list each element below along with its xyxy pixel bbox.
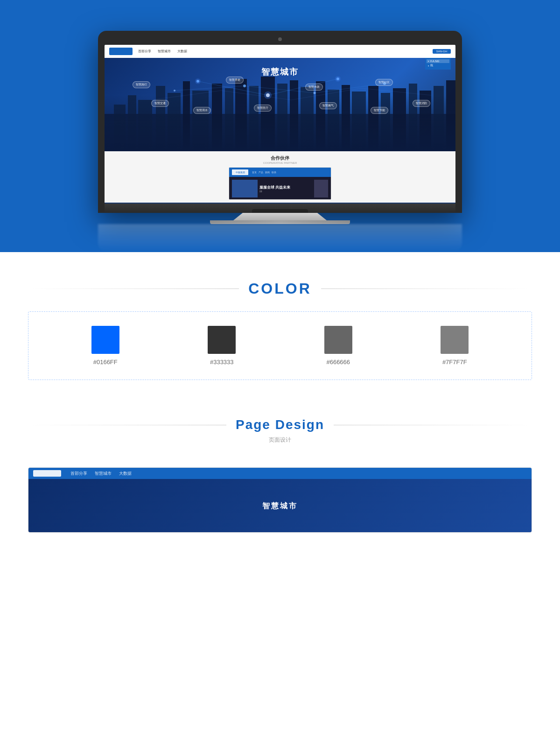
- screen-nav-link-3: 大数据: [177, 49, 187, 54]
- svg-point-44: [195, 78, 201, 84]
- screen-dropdown: ▪ F.A.NG ▪ 我: [425, 58, 451, 70]
- color-swatch-3: [324, 326, 352, 354]
- partner-nav-1: 首页: [252, 171, 257, 174]
- laptop-base: [105, 204, 455, 213]
- preview-browser-bar: 首部分享 智慧城市 大数据: [28, 468, 532, 479]
- preview-browser-nav: 首部分享 智慧城市 大数据: [70, 471, 132, 477]
- top-section: 首部分享 智慧城市 大数据 SAN-GH ▪ F.A.NG ▪ 我: [0, 0, 560, 252]
- partner-nav-2: 产品: [259, 171, 263, 174]
- laptop-stand: [233, 213, 327, 220]
- partners-title: 合作伙伴: [271, 155, 289, 162]
- screen-logo: [109, 48, 133, 55]
- svg-point-39: [174, 90, 175, 92]
- tag-10: 智慧消防: [413, 100, 430, 107]
- screen-navbar: 首部分享 智慧城市 大数据 SAN-GH ▪ F.A.NG ▪ 我: [105, 45, 455, 58]
- color-item-2: #333333: [208, 326, 236, 366]
- laptop-camera-bar: [105, 37, 455, 45]
- svg-point-45: [335, 76, 341, 82]
- tag-8: 智慧燃气: [319, 102, 337, 109]
- preview-browser-logo: [33, 470, 61, 477]
- partner-nav: 首页 产品 新闻 联系: [252, 171, 276, 174]
- preview-nav-1: 首部分享: [70, 471, 87, 477]
- svg-point-41: [314, 92, 316, 94]
- partner-logo-text: 中服集团: [232, 169, 248, 174]
- laptop-wrapper: 首部分享 智慧城市 大数据 SAN-GH ▪ F.A.NG ▪ 我: [98, 31, 462, 252]
- dropdown-item-2: ▪ 我: [427, 63, 449, 68]
- screen-nav-link-2: 智慧城市: [158, 49, 171, 54]
- tag-3: 智慧市政: [305, 84, 323, 91]
- partner-card-body: 服服全球 共益未来 08: [229, 177, 331, 200]
- preview-nav-2: 智慧城市: [95, 471, 112, 477]
- partners-cards: 中服集团 首页 产品 新闻 联系: [108, 167, 452, 200]
- screen-hero: 智慧城市 智慧路灯 智慧养老 智慧市政 智慧社区 智慧交通 智慧用水 智慧医疗 …: [105, 58, 455, 151]
- partner-card-top: 中服集团 首页 产品 新闻 联系: [229, 168, 331, 177]
- color-section-title: COLOR: [248, 280, 312, 297]
- partner-img-2: [314, 180, 328, 197]
- color-divider-left: [28, 289, 239, 289]
- svg-point-40: [243, 84, 246, 87]
- tag-6: 智慧用水: [193, 107, 211, 114]
- color-divider-right: [321, 289, 532, 289]
- color-hex-3: #666666: [326, 359, 350, 366]
- bottom-preview: 首部分享 智慧城市 大数据 智慧城市: [0, 467, 560, 551]
- laptop-notch: [252, 209, 308, 213]
- page-design-title: Page Design: [236, 417, 324, 432]
- laptop-foot: [210, 220, 350, 224]
- dropdown-item-1: ▪ F.A.NG: [427, 59, 449, 63]
- partner-card: 中服集团 首页 产品 新闻 联系: [229, 167, 331, 200]
- color-box-container: #0166FF #333333 #666666 #7F7F7F: [28, 311, 532, 380]
- color-title-wrapper: COLOR: [28, 280, 532, 297]
- color-hex-4: #7F7F7F: [442, 359, 467, 366]
- tag-9: 智慧节能: [371, 107, 388, 114]
- page-design-title-wrapper: Page Design: [28, 417, 532, 432]
- partner-small-text: 08: [259, 190, 312, 193]
- color-swatch-1: [91, 326, 119, 354]
- preview-hero-text: 智慧城市: [262, 501, 298, 511]
- color-hex-1: #0166FF: [93, 359, 118, 366]
- color-item-4: #7F7F7F: [441, 326, 469, 366]
- laptop-reflection: [98, 224, 462, 252]
- screen-partners: 合作伙伴 COOPERATIVE PARTNER 中服集团 首页 产品: [105, 151, 455, 203]
- page-design-subtitle: 页面设计: [28, 436, 532, 444]
- color-swatch-4: [441, 326, 469, 354]
- color-hex-2: #333333: [210, 359, 234, 366]
- page-design-divider-right: [334, 425, 532, 425]
- laptop-body: 首部分享 智慧城市 大数据 SAN-GH ▪ F.A.NG ▪ 我: [98, 31, 462, 213]
- partner-text-area: 服服全球 共益未来 08: [259, 185, 312, 193]
- white-section: COLOR #0166FF #333333 #666666 #7F7F7F: [0, 252, 560, 551]
- partners-subtitle: COOPERATIVE PARTNER: [263, 162, 297, 164]
- partner-img-1: [232, 180, 258, 197]
- tag-4: 智慧社区: [375, 79, 393, 86]
- page-design-divider-left: [28, 425, 226, 425]
- color-item-3: #666666: [324, 326, 352, 366]
- tag-2: 智慧养老: [226, 77, 244, 84]
- color-section: COLOR #0166FF #333333 #666666 #7F7F7F: [0, 261, 560, 399]
- preview-browser: 首部分享 智慧城市 大数据 智慧城市: [28, 467, 532, 533]
- preview-browser-body: 智慧城市: [28, 479, 532, 533]
- partner-logo: 中服集团: [232, 169, 248, 175]
- laptop-screen: 首部分享 智慧城市 大数据 SAN-GH ▪ F.A.NG ▪ 我: [105, 45, 455, 204]
- page-design-section: Page Design 页面设计: [0, 399, 560, 467]
- partner-big-text: 服服全球 共益未来: [259, 185, 312, 190]
- partner-nav-4: 联系: [272, 171, 276, 174]
- screen-nav-button: SAN-GH: [433, 49, 451, 54]
- screen-nav-link-1: 首部分享: [138, 49, 151, 54]
- tag-7: 智慧医疗: [254, 105, 272, 112]
- partner-nav-3: 新闻: [265, 171, 270, 174]
- screen-hero-title: 智慧城市: [261, 66, 299, 77]
- tag-5: 智慧交通: [151, 100, 169, 107]
- tag-1: 智慧路灯: [133, 81, 150, 88]
- screen-nav-links: 首部分享 智慧城市 大数据: [138, 49, 427, 54]
- preview-nav-3: 大数据: [119, 471, 132, 477]
- color-item-1: #0166FF: [91, 326, 119, 366]
- laptop-camera: [278, 37, 282, 41]
- color-swatch-2: [208, 326, 236, 354]
